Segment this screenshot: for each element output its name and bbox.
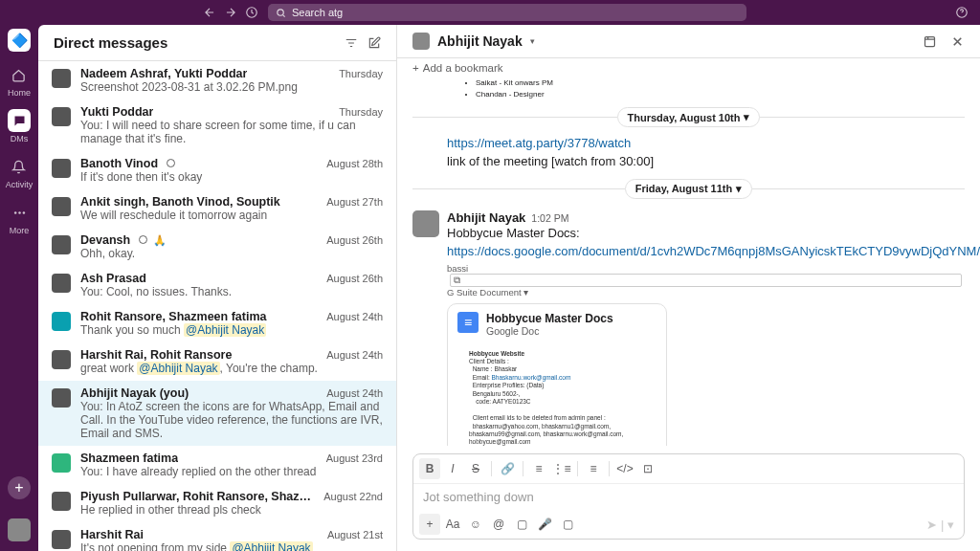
dm-preview: Screenshot 2023-08-31 at 3.02.26 PM.png [80, 80, 383, 94]
conversation-name[interactable]: Abhijit Nayak [437, 33, 523, 49]
dm-preview: It's not opening from my side @Abhijit N… [80, 541, 383, 551]
message-author[interactable]: Abhijit Nayak [447, 210, 525, 225]
dm-date: August 28th [326, 158, 383, 169]
close-icon[interactable] [950, 34, 965, 49]
dm-item[interactable]: Yukti PoddarThursdayYou: I will need to … [38, 99, 396, 151]
dm-date: August 21st [327, 529, 383, 540]
rail-dms[interactable]: DMs [8, 109, 31, 143]
codeblock-button[interactable]: ⊡ [637, 458, 658, 479]
rail-activity[interactable]: Activity [6, 155, 33, 189]
quote-button[interactable]: ≡ [583, 458, 604, 479]
strike-button[interactable]: S [465, 458, 486, 479]
dm-preview: You: Cool, no issues. Thanks. [80, 285, 383, 298]
dm-name: Devansh [80, 233, 130, 247]
dm-item[interactable]: Shazmeen fatimaAugust 23rdYou: I have al… [38, 446, 396, 484]
svg-point-1 [278, 9, 283, 14]
link-button[interactable]: 🔗 [497, 458, 518, 479]
audio-button[interactable]: 🎤 [534, 514, 555, 535]
message-composer[interactable]: B I S 🔗 ≡ ⋮≡ ≡ </> ⊡ Jot something down [412, 453, 965, 540]
dm-name: Nadeem Ashraf, Yukti Poddar [80, 67, 247, 80]
date-divider[interactable]: Thursday, August 10th▾ [617, 107, 761, 127]
dm-item[interactable]: Piyush Pullarwar, Rohit Ransore, Shazmee… [38, 484, 396, 522]
scrollback-link: https://meet.atg.party/3778/watch link o… [447, 135, 965, 171]
dm-date: August 24th [326, 311, 383, 322]
dm-item[interactable]: Rohit Ransore, Shazmeen fatimaAugust 24t… [38, 304, 396, 342]
dm-item[interactable]: Harshit Rai, Rohit RansoreAugust 24thgre… [38, 342, 396, 381]
dm-avatar [52, 388, 71, 408]
nav-forward-icon[interactable] [224, 6, 237, 19]
filter-icon[interactable] [345, 36, 358, 50]
dm-name: Rohit Ransore, Shazmeen fatima [80, 310, 267, 323]
svg-rect-6 [925, 36, 935, 46]
svg-point-5 [22, 211, 25, 214]
composer-input[interactable]: Jot something down [413, 484, 964, 510]
dm-name: Ankit singh, Banoth Vinod, Souptik [80, 195, 280, 209]
dm-item[interactable]: Abhijit Nayak (you)August 24thYou: In At… [38, 381, 396, 446]
dm-preview: You: I have already replied on the other… [80, 465, 383, 478]
dm-avatar [52, 107, 71, 126]
dm-avatar [52, 350, 71, 369]
dm-name: Harshit Rai [80, 528, 144, 541]
dm-avatar [52, 159, 71, 178]
app-badge: bassi⧉G Suite Document ▾ [447, 263, 965, 298]
mention-button[interactable]: @ [488, 514, 509, 535]
ol-button[interactable]: ≡ [528, 458, 549, 479]
status-dot [139, 235, 147, 244]
help-icon[interactable] [955, 6, 969, 19]
ul-button[interactable]: ⋮≡ [551, 458, 572, 479]
message-time: 1:02 PM [531, 212, 568, 224]
format-button[interactable]: Aa [442, 514, 463, 535]
dm-name: Abhijit Nayak (you) [80, 386, 189, 400]
shortcut-button[interactable]: ▢ [557, 514, 578, 535]
code-button[interactable]: </> [614, 458, 635, 479]
dm-name: Piyush Pullarwar, Rohit Ransore, Shazmee… [80, 490, 318, 503]
dm-avatar [52, 235, 71, 254]
date-divider[interactable]: Friday, August 11th▾ [625, 179, 752, 199]
dm-preview: If it's done then it's okay [80, 170, 383, 184]
dm-avatar [52, 312, 71, 331]
google-doc-icon: ≡ [457, 312, 479, 333]
dm-preview: You: I will need to share screen for som… [80, 119, 383, 145]
new-window-icon[interactable] [923, 34, 937, 49]
doc-attachment[interactable]: ≡ Hobbycue Master Docs Google Doc Hobbyc… [447, 303, 667, 446]
dm-avatar [52, 69, 71, 88]
dm-date: August 23rd [326, 452, 383, 464]
search-input[interactable]: Search atg [268, 4, 746, 21]
sidebar-title: Direct messages [54, 34, 345, 51]
compose-icon[interactable] [368, 36, 381, 50]
rail-home[interactable]: Home [8, 63, 31, 98]
video-button[interactable]: ▢ [511, 514, 532, 535]
add-bookmark[interactable]: +Add a bookmark [397, 58, 980, 77]
workspace-logo[interactable]: 🔷 [8, 29, 31, 52]
attach-button[interactable]: + [419, 514, 440, 535]
dm-avatar [52, 492, 71, 511]
nav-back-icon[interactable] [203, 6, 216, 19]
chevron-down-icon[interactable]: ▾ [530, 36, 535, 46]
dm-item[interactable]: Ankit singh, Banoth Vinod, SouptikAugust… [38, 189, 396, 228]
italic-button[interactable]: I [442, 458, 463, 479]
dm-preview: great work @Abhijit Nayak, You're the ch… [80, 362, 383, 375]
user-avatar[interactable] [8, 518, 31, 541]
status-dot [167, 159, 175, 167]
rail-add-button[interactable]: + [8, 476, 31, 499]
history-icon[interactable] [245, 6, 258, 19]
dm-item[interactable]: Devansh🙏August 26thOhh, okay. [38, 228, 396, 266]
doc-preview: Hobbycue Website Client Details : Name :… [448, 344, 666, 446]
bold-button[interactable]: B [419, 458, 440, 479]
dm-preview: He replied in other thread pls check [80, 503, 383, 517]
dm-name: Ash Prasad [80, 272, 146, 285]
conversation-avatar [412, 33, 430, 50]
dm-item[interactable]: Ash PrasadAugust 26thYou: Cool, no issue… [38, 266, 396, 304]
dm-date: Thursday [339, 106, 383, 118]
rail-more[interactable]: More [8, 201, 31, 235]
message-text: Hobbycue Master Docs: https://docs.googl… [447, 225, 965, 261]
dm-name: Banoth Vinod [80, 157, 158, 170]
dm-item[interactable]: Harshit RaiAugust 21stIt's not opening f… [38, 522, 396, 551]
dm-date: August 22nd [323, 491, 383, 502]
dm-item[interactable]: Nadeem Ashraf, Yukti PoddarThursdayScree… [38, 61, 396, 99]
dm-avatar [52, 453, 71, 473]
dm-item[interactable]: Banoth VinodAugust 28thIf it's done then… [38, 151, 396, 189]
emoji-button[interactable]: ☺ [465, 514, 486, 535]
send-button[interactable]: ➤ | ▾ [923, 518, 958, 532]
message-avatar [412, 210, 439, 237]
